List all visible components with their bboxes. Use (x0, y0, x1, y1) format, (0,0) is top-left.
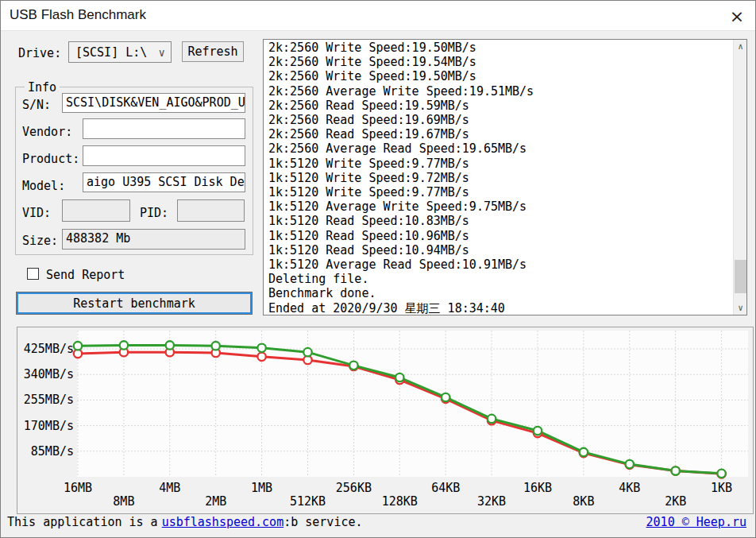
svg-text:16MB: 16MB (64, 481, 92, 495)
model-field[interactable]: aigo U395 SCSI Disk De (83, 172, 245, 192)
svg-text:2KB: 2KB (665, 494, 686, 509)
send-report-checkbox[interactable] (27, 268, 39, 280)
svg-text:512KB: 512KB (290, 494, 326, 509)
svg-text:16KB: 16KB (523, 481, 552, 495)
scroll-down-icon[interactable]: ∨ (734, 301, 747, 315)
svg-text:1MB: 1MB (251, 481, 272, 495)
usbflashspeed-link[interactable]: usbflashspeed.com (162, 515, 284, 529)
restart-benchmark-button[interactable]: Restart benchmark (17, 292, 252, 314)
svg-text:170MB/s: 170MB/s (24, 419, 74, 433)
svg-text:8KB: 8KB (573, 494, 594, 509)
svg-text:1KB: 1KB (711, 481, 732, 495)
window-title: USB Flash Benchmark (10, 7, 146, 23)
product-field[interactable] (83, 145, 245, 166)
svg-text:255MB/s: 255MB/s (24, 393, 74, 407)
svg-text:256KB: 256KB (336, 481, 372, 495)
svg-text:340MB/s: 340MB/s (24, 367, 74, 381)
vid-label: VID: (22, 206, 51, 220)
footer-suffix: :b service. (284, 515, 362, 529)
drive-select[interactable]: [SCSI] L:\ ∨ (68, 41, 172, 63)
size-field[interactable]: 488382 Mb (62, 229, 245, 250)
pid-field[interactable] (177, 199, 245, 222)
info-legend: Info (25, 80, 60, 95)
chevron-down-icon: ∨ (159, 46, 171, 59)
product-label: Product: (22, 152, 79, 166)
title-bar: USB Flash Benchmark × (1, 1, 755, 31)
footer-credit: This application is ausbflashspeed.com:b… (7, 515, 363, 529)
footer-prefix: This application is a (7, 515, 158, 529)
sn-label: S/N: (22, 98, 51, 112)
svg-text:64KB: 64KB (431, 481, 460, 495)
refresh-button[interactable]: Refresh (182, 41, 244, 62)
send-report-label: Send Report (46, 268, 125, 282)
svg-text:85MB/s: 85MB/s (31, 444, 74, 459)
speed-chart: 425MB/s340MB/s255MB/s170MB/s85MB/s16MB8M… (17, 327, 754, 514)
svg-text:4MB: 4MB (159, 481, 180, 495)
pid-label: PID: (140, 206, 168, 220)
app-window: USB Flash Benchmark × Drive: [SCSI] L:\ … (0, 0, 756, 538)
svg-text:8MB: 8MB (113, 494, 134, 509)
svg-text:32KB: 32KB (477, 494, 506, 509)
vid-field[interactable] (62, 199, 130, 222)
svg-text:425MB/s: 425MB/s (24, 342, 74, 356)
heep-ru-link[interactable]: 2010 © Heep.ru (646, 515, 746, 529)
close-icon[interactable]: × (719, 1, 755, 31)
vendor-label: Vendor: (22, 125, 72, 139)
svg-text:4KB: 4KB (619, 481, 640, 495)
scrollbar-thumb[interactable] (735, 260, 746, 293)
drive-select-value: [SCSI] L:\ (69, 45, 159, 60)
model-label: Model: (22, 179, 65, 193)
speed-chart-svg: 425MB/s340MB/s255MB/s170MB/s85MB/s16MB8M… (17, 327, 753, 513)
svg-text:128KB: 128KB (382, 494, 418, 509)
scroll-up-icon[interactable]: ∧ (734, 40, 747, 53)
drive-label: Drive: (18, 46, 61, 60)
vendor-field[interactable] (83, 118, 245, 139)
sn-field[interactable]: SCSI\DISK&VEN_AIGO&PROD_U (62, 93, 245, 113)
log-scrollbar[interactable]: ∧ ∨ (733, 40, 746, 315)
log-output[interactable]: 2k:2560 Write Speed:19.50MB/s 2k:2560 Wr… (264, 40, 733, 315)
size-label: Size: (22, 234, 58, 248)
log-panel: 2k:2560 Write Speed:19.50MB/s 2k:2560 Wr… (263, 39, 747, 315)
svg-text:2MB: 2MB (205, 494, 226, 509)
